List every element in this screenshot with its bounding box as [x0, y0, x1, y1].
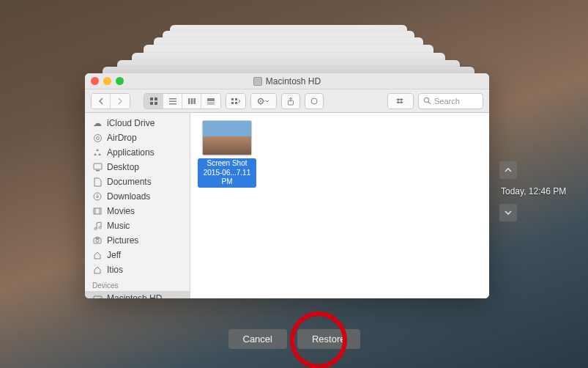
svg-rect-11 [207, 102, 215, 103]
sidebar-item-documents[interactable]: Documents [85, 174, 190, 189]
svg-rect-10 [207, 98, 215, 101]
cloud-icon: ☁︎ [92, 118, 103, 128]
movies-icon [92, 206, 103, 216]
cancel-button[interactable]: Cancel [228, 329, 287, 349]
timeline-down-button[interactable] [499, 204, 517, 221]
svg-rect-2 [150, 102, 153, 105]
zoom-icon[interactable] [116, 77, 124, 85]
sidebar-item-label: iCloud Drive [107, 118, 155, 128]
svg-rect-25 [94, 163, 102, 169]
action-menu-button[interactable] [251, 94, 276, 108]
svg-point-21 [424, 97, 428, 102]
sidebar-item-icloud[interactable]: ☁︎iCloud Drive [85, 116, 190, 130]
sidebar-item-label: Pictures [107, 235, 138, 246]
pictures-icon [92, 235, 103, 246]
time-machine-footer: Cancel Restore [0, 329, 588, 349]
hard-drive-icon [253, 77, 262, 86]
back-button[interactable] [92, 94, 111, 108]
finder-content[interactable]: Screen Shot 2015-06...7.11 PM [190, 113, 489, 298]
close-icon[interactable] [91, 77, 99, 85]
icon-view-button[interactable] [144, 94, 163, 108]
svg-rect-26 [96, 170, 100, 172]
file-name: Screen Shot 2015-06...7.11 PM [198, 158, 256, 188]
action-group [250, 93, 277, 109]
sidebar-item-movies[interactable]: Movies [85, 204, 190, 218]
svg-point-31 [99, 227, 101, 229]
sidebar-item-pictures[interactable]: Pictures [85, 233, 190, 248]
dropbox-group [387, 93, 414, 109]
svg-rect-6 [169, 103, 176, 105]
list-view-button[interactable] [163, 94, 182, 108]
coverflow-view-button[interactable] [201, 94, 220, 108]
window-titlebar[interactable]: Macintosh HD [85, 73, 489, 89]
arrange-group [226, 93, 246, 109]
search-field[interactable]: Search [418, 93, 483, 109]
nav-buttons [91, 93, 130, 109]
sidebar-item-applications[interactable]: Applications [85, 145, 190, 160]
timeline-up-button[interactable] [499, 161, 517, 179]
svg-rect-16 [235, 102, 237, 104]
sidebar-item-label: Macintosh HD [107, 293, 162, 298]
sidebar-item-macintosh-hd[interactable]: Macintosh HD [85, 291, 190, 298]
restore-button[interactable]: Restore [297, 329, 360, 349]
arrange-button[interactable] [226, 94, 245, 108]
svg-rect-3 [155, 102, 157, 105]
sidebar-item-music[interactable]: Music [85, 218, 190, 233]
sidebar-item-home-jeff[interactable]: Jeff [85, 248, 190, 262]
svg-rect-13 [231, 98, 234, 100]
home-icon [92, 265, 103, 275]
svg-rect-0 [150, 97, 153, 100]
window-title: Macintosh HD [266, 76, 321, 87]
desktop-icon [92, 162, 103, 172]
time-machine-timeline: Today, 12:46 PM [499, 161, 566, 221]
svg-line-22 [428, 102, 431, 104]
hard-drive-icon [92, 293, 103, 298]
search-icon [423, 97, 431, 105]
sidebar-item-label: Desktop [107, 162, 139, 172]
svg-point-23 [94, 134, 101, 141]
view-mode-buttons [144, 93, 221, 109]
downloads-icon [92, 191, 103, 202]
svg-point-33 [96, 240, 99, 243]
sidebar-section-devices: Devices [85, 277, 190, 291]
svg-point-18 [260, 100, 261, 102]
search-placeholder: Search [434, 97, 460, 106]
svg-rect-4 [169, 98, 176, 100]
svg-point-36 [100, 298, 100, 298]
svg-rect-9 [193, 98, 196, 104]
svg-point-24 [96, 136, 99, 139]
sidebar-item-desktop[interactable]: Desktop [85, 160, 190, 174]
minimize-icon[interactable] [103, 77, 111, 85]
dropbox-button[interactable] [388, 94, 413, 108]
sidebar-item-label: Movies [107, 206, 135, 216]
file-thumbnail [202, 120, 252, 155]
sidebar-item-label: Documents [107, 177, 152, 187]
sidebar-item-label: Music [107, 221, 130, 231]
sidebar-item-label: AirDrop [107, 133, 137, 143]
applications-icon [92, 147, 103, 158]
svg-rect-1 [155, 97, 157, 100]
column-view-button[interactable] [182, 94, 201, 108]
window-controls [91, 77, 124, 85]
timeline-current-label: Today, 12:46 PM [499, 186, 566, 196]
svg-rect-14 [231, 102, 234, 104]
sidebar-item-label: Downloads [107, 191, 150, 202]
airdrop-icon [92, 133, 103, 143]
file-item[interactable]: Screen Shot 2015-06...7.11 PM [198, 120, 256, 188]
tags-button[interactable] [305, 93, 324, 109]
documents-icon [92, 177, 103, 187]
finder-window: Macintosh HD [85, 73, 489, 298]
svg-rect-15 [235, 98, 237, 100]
share-button[interactable] [281, 93, 300, 109]
finder-toolbar: Search [85, 89, 489, 113]
sidebar-item-home-itios[interactable]: Itios [85, 262, 190, 277]
sidebar-item-airdrop[interactable]: AirDrop [85, 130, 190, 145]
sidebar-item-downloads[interactable]: Downloads [85, 189, 190, 204]
home-icon [92, 250, 103, 260]
sidebar-item-label: Applications [107, 147, 155, 158]
sidebar-item-label: Jeff [107, 250, 121, 260]
forward-button[interactable] [111, 94, 130, 108]
svg-rect-8 [190, 98, 193, 104]
music-icon [92, 221, 103, 231]
svg-point-20 [311, 98, 317, 104]
